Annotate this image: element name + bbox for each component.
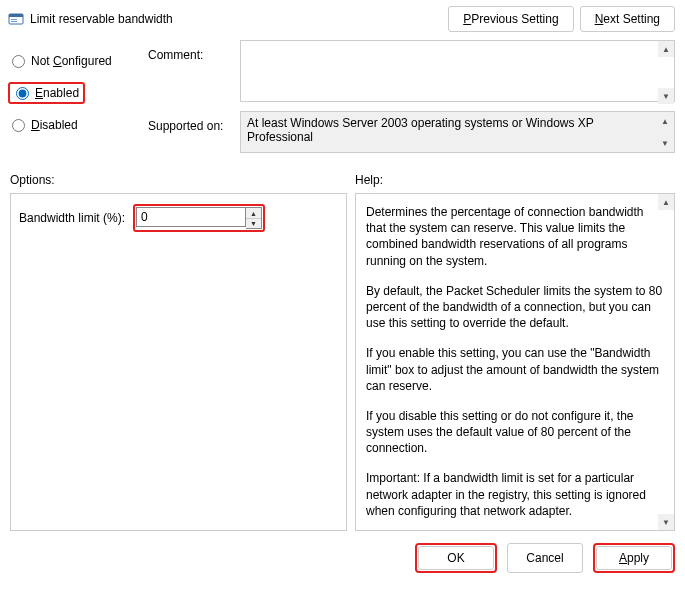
radio-not-configured-input[interactable] xyxy=(12,55,25,68)
help-paragraph: Determines the percentage of connection … xyxy=(366,204,664,269)
comment-textarea[interactable] xyxy=(240,40,675,102)
svg-rect-1 xyxy=(9,14,23,17)
svg-rect-3 xyxy=(11,21,17,22)
radio-not-configured[interactable]: Not Configured xyxy=(8,54,148,68)
radio-enabled[interactable]: Enabled xyxy=(8,82,85,104)
scroll-up-icon[interactable]: ▲ xyxy=(658,194,674,210)
radio-disabled[interactable]: Disabled xyxy=(8,118,148,132)
help-paragraph: If you disable this setting or do not co… xyxy=(366,408,664,457)
help-paragraph: Important: If a bandwidth limit is set f… xyxy=(366,470,664,519)
radio-disabled-input[interactable] xyxy=(12,119,25,132)
help-paragraph: If you enable this setting, you can use … xyxy=(366,345,664,394)
scroll-down-icon[interactable]: ▼ xyxy=(658,514,674,530)
previous-setting-button[interactable]: PPrevious Setting xyxy=(448,6,573,32)
bandwidth-limit-spinner: ▲ ▼ xyxy=(133,204,265,232)
help-section-label: Help: xyxy=(355,173,675,187)
cancel-button[interactable]: Cancel xyxy=(507,543,583,573)
window-title: Limit reservable bandwidth xyxy=(30,12,173,26)
apply-button[interactable]: Apply xyxy=(596,546,672,570)
bandwidth-limit-label: Bandwidth limit (%): xyxy=(19,211,125,225)
scroll-up-icon[interactable]: ▲ xyxy=(658,41,674,57)
supported-on-value: At least Windows Server 2003 operating s… xyxy=(240,111,675,153)
options-section-label: Options: xyxy=(10,173,355,187)
next-setting-button[interactable]: Next Setting xyxy=(580,6,675,32)
spinner-down-button[interactable]: ▼ xyxy=(246,218,261,228)
help-paragraph: By default, the Packet Scheduler limits … xyxy=(366,283,664,332)
options-panel: Bandwidth limit (%): ▲ ▼ xyxy=(10,193,347,531)
bandwidth-limit-input[interactable] xyxy=(136,207,246,227)
scroll-up-icon[interactable]: ▲ xyxy=(657,113,673,129)
spinner-up-button[interactable]: ▲ xyxy=(246,208,261,218)
help-panel: Determines the percentage of connection … xyxy=(355,193,675,531)
comment-label: Comment: xyxy=(148,40,240,105)
scroll-down-icon[interactable]: ▼ xyxy=(657,135,673,151)
scroll-down-icon[interactable]: ▼ xyxy=(658,88,674,104)
ok-button[interactable]: OK xyxy=(418,546,494,570)
svg-rect-2 xyxy=(11,19,17,20)
policy-icon xyxy=(8,11,24,27)
radio-enabled-input[interactable] xyxy=(16,87,29,100)
supported-on-label: Supported on: xyxy=(148,111,240,153)
